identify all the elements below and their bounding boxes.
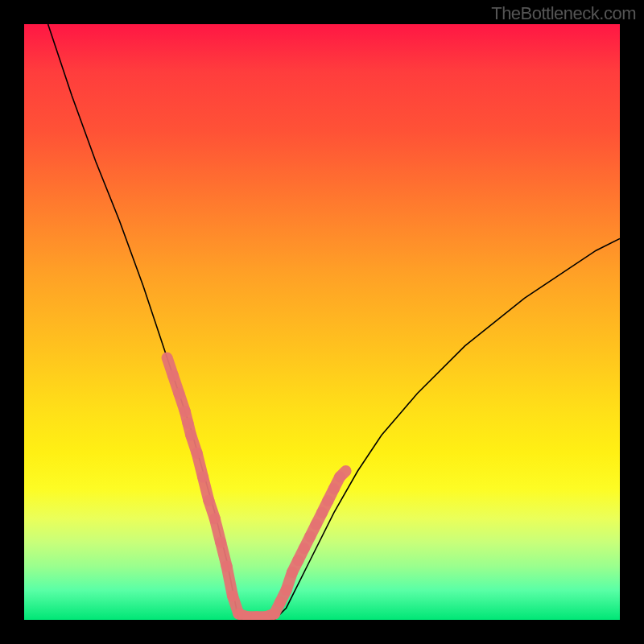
pink-beads-group — [167, 357, 346, 617]
bottleneck-curve — [48, 24, 620, 620]
watermark-text: TheBottleneck.com — [491, 3, 636, 24]
pink-bead — [340, 471, 345, 477]
curve-svg — [24, 24, 620, 620]
plot-area — [24, 24, 620, 620]
